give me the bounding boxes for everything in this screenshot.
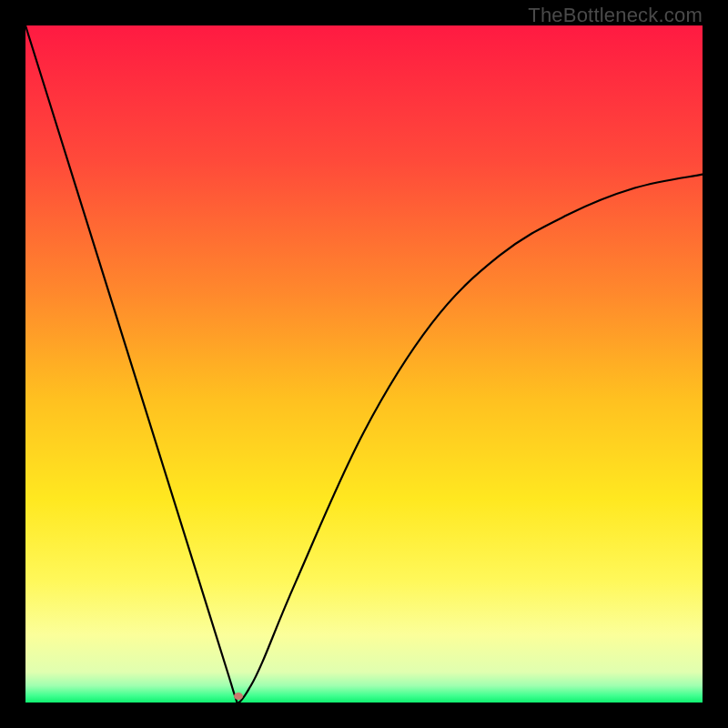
plot-area xyxy=(25,25,703,703)
chart-curve xyxy=(25,25,703,703)
optimal-marker xyxy=(234,693,243,700)
watermark-text: TheBottleneck.com xyxy=(528,4,703,27)
